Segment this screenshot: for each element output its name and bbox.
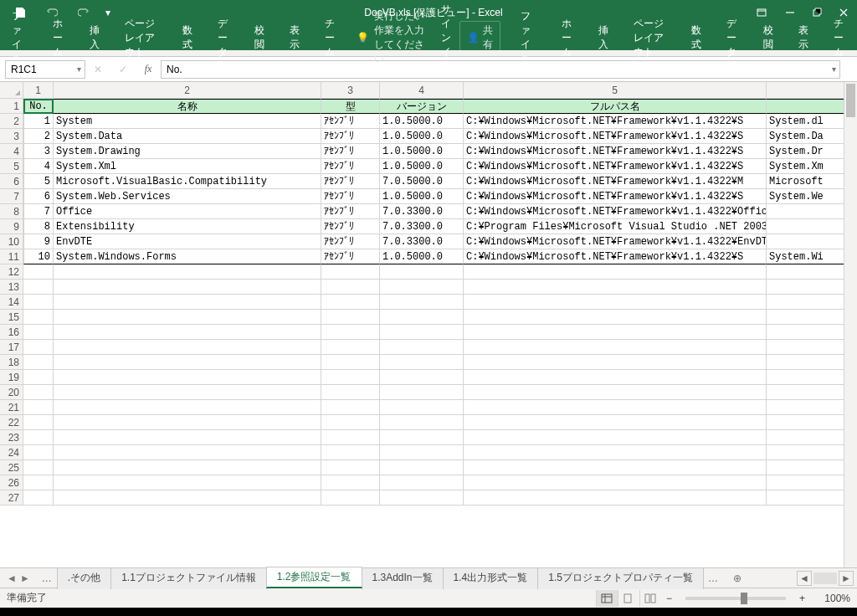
cell[interactable]: Microsoft bbox=[767, 174, 845, 189]
cell[interactable] bbox=[23, 460, 54, 475]
cell[interactable] bbox=[23, 370, 54, 385]
row-header[interactable]: 20 bbox=[0, 385, 23, 400]
cell[interactable]: Microsoft.VisualBasic.Compatibility bbox=[54, 174, 321, 189]
cell[interactable] bbox=[464, 264, 767, 280]
cell[interactable] bbox=[464, 310, 767, 325]
cell[interactable] bbox=[767, 325, 845, 340]
cell[interactable] bbox=[23, 295, 54, 310]
cell[interactable] bbox=[23, 490, 54, 506]
cell[interactable] bbox=[54, 445, 321, 460]
zoom-slider-knob[interactable] bbox=[741, 593, 747, 604]
scrollbar-thumb[interactable] bbox=[846, 84, 855, 117]
ribbon-tab[interactable]: ページ レイアウト bbox=[120, 25, 162, 50]
row-header[interactable]: 10 bbox=[0, 234, 23, 249]
cell[interactable] bbox=[54, 430, 321, 445]
sheet-nav-prev-icon[interactable]: ◄ bbox=[7, 572, 17, 584]
cell[interactable] bbox=[380, 355, 464, 370]
cell[interactable] bbox=[23, 280, 54, 295]
cell[interactable]: 1.0.5000.0 bbox=[380, 114, 464, 129]
cell[interactable] bbox=[321, 415, 380, 430]
ribbon-tab[interactable]: 校閲 bbox=[758, 25, 778, 50]
cell[interactable] bbox=[380, 325, 464, 340]
ribbon-tab[interactable]: チーム bbox=[829, 25, 850, 50]
cell[interactable] bbox=[767, 340, 845, 355]
row-header[interactable]: 11 bbox=[0, 249, 23, 264]
cell[interactable]: C:¥Program Files¥Microsoft Visual Studio… bbox=[464, 219, 767, 234]
cell[interactable] bbox=[380, 460, 464, 475]
redo-icon[interactable] bbox=[70, 0, 97, 25]
row-header[interactable]: 19 bbox=[0, 370, 23, 385]
cell[interactable] bbox=[380, 475, 464, 490]
row-header[interactable]: 2 bbox=[0, 114, 23, 129]
sheet-tab[interactable]: 1.5プロジェクトプロパティ一覧 bbox=[537, 567, 704, 589]
qat-customize-icon[interactable]: ▾ bbox=[102, 0, 114, 25]
cell[interactable]: System.dl bbox=[767, 114, 845, 129]
ribbon-tab[interactable]: 校閲 bbox=[249, 25, 269, 50]
restore-button[interactable] bbox=[803, 0, 830, 25]
cell[interactable]: C:¥Windows¥Microsoft.NET¥Framework¥v1.1.… bbox=[464, 144, 767, 159]
vertical-scrollbar[interactable] bbox=[844, 82, 857, 567]
cell[interactable]: 7 bbox=[23, 204, 54, 219]
cell[interactable] bbox=[23, 400, 54, 415]
cell[interactable] bbox=[54, 325, 321, 340]
cell[interactable]: System bbox=[54, 114, 321, 129]
cell[interactable] bbox=[767, 280, 845, 295]
cancel-formula-icon[interactable]: ✕ bbox=[85, 57, 110, 82]
cell[interactable] bbox=[464, 355, 767, 370]
cell[interactable]: 2 bbox=[23, 129, 54, 144]
column-header[interactable]: 3 bbox=[321, 82, 380, 98]
horizontal-scrollbar[interactable]: ◄ ► bbox=[797, 571, 857, 586]
name-box[interactable]: R1C1 bbox=[5, 60, 85, 79]
cell[interactable]: C:¥Windows¥Microsoft.NET¥Framework¥v1.1.… bbox=[464, 114, 767, 129]
cell[interactable] bbox=[464, 370, 767, 385]
cell[interactable]: 3 bbox=[23, 144, 54, 159]
select-all-cell[interactable] bbox=[0, 82, 23, 99]
row-header[interactable]: 16 bbox=[0, 325, 23, 340]
cell[interactable] bbox=[380, 490, 464, 506]
cell[interactable]: 1.0.5000.0 bbox=[380, 249, 464, 264]
cell[interactable]: C:¥Windows¥Microsoft.NET¥Framework¥v1.1.… bbox=[464, 189, 767, 204]
ribbon-tab[interactable]: ホーム bbox=[557, 25, 578, 50]
cell[interactable]: 1.0.5000.0 bbox=[380, 159, 464, 174]
ribbon-tab[interactable]: データ bbox=[213, 25, 234, 50]
cell[interactable] bbox=[23, 475, 54, 490]
ribbon-tab[interactable]: ホーム bbox=[48, 25, 69, 50]
cell[interactable]: C:¥Windows¥Microsoft.NET¥Framework¥v1.1.… bbox=[464, 204, 767, 219]
cell[interactable] bbox=[380, 295, 464, 310]
ribbon-tab[interactable]: データ bbox=[721, 25, 743, 50]
cell[interactable]: EnvDTE bbox=[54, 234, 321, 249]
cell[interactable] bbox=[767, 445, 845, 460]
row-header[interactable]: 6 bbox=[0, 174, 23, 189]
ribbon-display-options-icon[interactable] bbox=[747, 0, 777, 25]
cell[interactable] bbox=[380, 264, 464, 280]
cell[interactable] bbox=[380, 445, 464, 460]
zoom-level[interactable]: 100% bbox=[810, 593, 850, 604]
cell[interactable] bbox=[321, 264, 380, 280]
cell[interactable]: ｱｾﾝﾌﾞﾘ bbox=[321, 189, 380, 204]
cell[interactable] bbox=[767, 415, 845, 430]
row-header[interactable]: 22 bbox=[0, 415, 23, 430]
cell-header-fullpath[interactable]: フルパス名 bbox=[464, 99, 767, 114]
tell-me-search[interactable]: 💡 実行したい作業を入力してください bbox=[357, 9, 426, 66]
cell[interactable]: 7.0.3300.0 bbox=[380, 234, 464, 249]
row-header[interactable]: 17 bbox=[0, 340, 23, 355]
cell[interactable] bbox=[380, 280, 464, 295]
cell[interactable] bbox=[23, 325, 54, 340]
row-header[interactable]: 26 bbox=[0, 475, 23, 490]
cell[interactable] bbox=[54, 460, 321, 475]
cell[interactable] bbox=[54, 310, 321, 325]
cell[interactable] bbox=[54, 370, 321, 385]
cell[interactable] bbox=[54, 475, 321, 490]
cell[interactable] bbox=[321, 460, 380, 475]
cell[interactable] bbox=[767, 490, 845, 506]
cell[interactable]: 7.0.5000.0 bbox=[380, 174, 464, 189]
column-header[interactable]: 1 bbox=[23, 82, 54, 98]
cell[interactable] bbox=[464, 460, 767, 475]
share-button[interactable]: 👤 共有 bbox=[459, 21, 500, 54]
row-header[interactable]: 24 bbox=[0, 445, 23, 460]
cell[interactable]: Office bbox=[54, 204, 321, 219]
cell[interactable] bbox=[321, 370, 380, 385]
cell[interactable] bbox=[767, 475, 845, 490]
cell[interactable] bbox=[380, 415, 464, 430]
minimize-button[interactable] bbox=[777, 0, 803, 25]
